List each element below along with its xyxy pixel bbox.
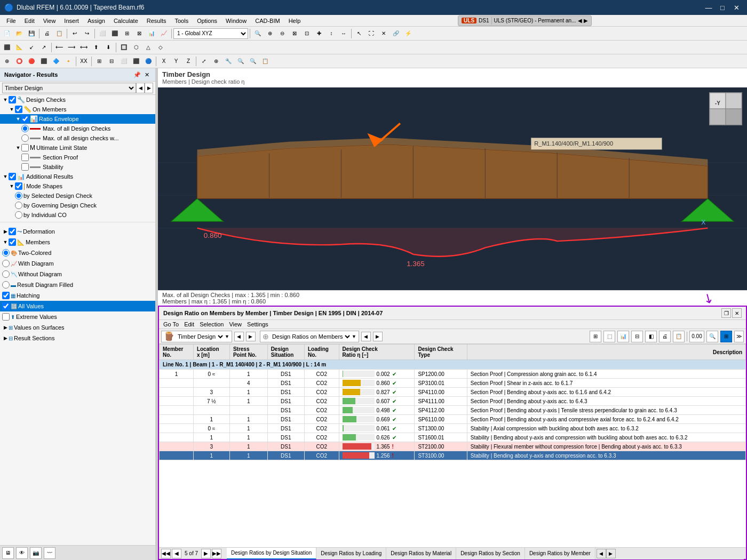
- tb-print2[interactable]: 📋: [53, 28, 65, 39]
- ratio-envelope-checkbox[interactable]: [21, 115, 29, 123]
- tb-sel5[interactable]: ⚡: [402, 28, 414, 39]
- page-first-btn[interactable]: ◀◀: [161, 549, 171, 558]
- menu-options[interactable]: Options: [193, 17, 221, 25]
- col-design-sit[interactable]: DesignSituation: [267, 345, 304, 360]
- tb-b2[interactable]: ⬛: [109, 28, 121, 39]
- view-dropdown[interactable]: 1 - Global XYZ: [173, 28, 248, 39]
- tb-view3[interactable]: ⊖: [276, 28, 288, 39]
- nav-pin-btn[interactable]: 📌: [133, 70, 141, 79]
- table-row[interactable]: 1 1 DS1 CO2 0.626 ✔ ST1600.01 Stability …: [160, 433, 746, 442]
- col-loading[interactable]: LoadingNo.: [305, 345, 339, 360]
- menu-edit[interactable]: Edit: [20, 17, 39, 25]
- tb3-b19[interactable]: 🔍: [235, 55, 247, 67]
- menu-insert[interactable]: Insert: [60, 17, 83, 25]
- results-view-btn[interactable]: View: [227, 321, 244, 328]
- table-row[interactable]: 4 DS1 CO2 0.860 ✔ SP3100.01 Section Proo…: [160, 379, 746, 388]
- nav-design-checks[interactable]: ▼ 🔧 Design Checks: [0, 95, 155, 105]
- close-button[interactable]: ✕: [730, 2, 743, 13]
- tb-sel3[interactable]: ✕: [378, 28, 390, 39]
- tb3-b1[interactable]: ⊕: [1, 55, 13, 67]
- results-tb-active[interactable]: ⊞: [720, 331, 732, 342]
- nav-on-members[interactable]: ▼ 📏 On Members: [0, 105, 155, 114]
- tb-save[interactable]: 💾: [26, 28, 37, 39]
- tb3-b12[interactable]: 🔵: [142, 55, 154, 67]
- nav-bottom-btn3[interactable]: 📷: [30, 547, 42, 559]
- uls-checkbox[interactable]: [21, 144, 29, 151]
- nav-by-individual[interactable]: by Individual CO: [0, 210, 155, 220]
- menu-file[interactable]: File: [2, 17, 20, 25]
- tb-b1[interactable]: ⬜: [97, 28, 108, 39]
- tb-sel4[interactable]: 🔗: [390, 28, 402, 39]
- tb3-b6[interactable]: 🔸: [62, 55, 74, 67]
- results-close-btn[interactable]: ✕: [732, 308, 742, 318]
- nav-two-colored[interactable]: 🎨 Two-Colored: [0, 247, 155, 258]
- tb2-b10[interactable]: 🔲: [118, 42, 130, 53]
- results-module-dropdown[interactable]: Timber Design: [176, 333, 225, 340]
- tb2-b6[interactable]: ⟶: [66, 42, 77, 53]
- tb3-b21[interactable]: 📋: [259, 55, 271, 67]
- nav-section-proof[interactable]: Section Proof: [0, 153, 155, 162]
- table-row[interactable]: 7 ½ 1 DS1 CO2 0.607 ✔ SP4111.00 Section …: [160, 397, 746, 406]
- results-tb-search[interactable]: 🔍: [706, 331, 718, 342]
- tb2-b1[interactable]: ⬛: [1, 42, 13, 53]
- tab-by-section[interactable]: Design Ratios by Section: [456, 548, 525, 559]
- results-table-container[interactable]: MemberNo. Locationx [m] StressPoint No. …: [159, 344, 746, 547]
- tb3-b10[interactable]: ⬜: [118, 55, 130, 67]
- stability-checkbox[interactable]: [21, 163, 29, 171]
- tb-new[interactable]: 📄: [1, 28, 13, 39]
- tb2-b9[interactable]: ⬇: [102, 42, 114, 53]
- tb2-b12[interactable]: △: [142, 42, 154, 53]
- results-restore-btn[interactable]: ❐: [721, 308, 731, 318]
- col-ratio[interactable]: Design CheckRatio η [–]: [339, 345, 415, 360]
- nav-close-btn[interactable]: ✕: [142, 70, 151, 79]
- menu-view[interactable]: View: [39, 17, 60, 25]
- max-all-checks-w-radio[interactable]: [21, 134, 29, 142]
- results-tb-chart[interactable]: 📊: [617, 331, 629, 342]
- tb-b6[interactable]: 📈: [158, 28, 170, 39]
- nav-uls[interactable]: ▼ M Ultimate Limit State: [0, 143, 155, 153]
- results-tb-split[interactable]: ◧: [645, 331, 657, 342]
- expand-icon-members[interactable]: ▼: [9, 106, 15, 113]
- results-table-next[interactable]: ▶: [373, 332, 383, 341]
- tb2-b5[interactable]: ⟵: [53, 42, 65, 53]
- members-nav-checkbox[interactable]: [9, 238, 16, 246]
- tab-by-design-situation[interactable]: Design Ratios by Design Situation: [227, 548, 316, 559]
- nav-bottom-btn1[interactable]: 🖥: [2, 547, 14, 559]
- col-stress-pt[interactable]: StressPoint No.: [229, 345, 267, 360]
- maximize-button[interactable]: □: [716, 2, 729, 13]
- expand-icon-sections[interactable]: ▶: [2, 335, 9, 341]
- hatching-checkbox[interactable]: [2, 292, 10, 299]
- menu-assign[interactable]: Assign: [83, 17, 109, 25]
- nav-deformation[interactable]: ▶ ⤳ Deformation: [0, 226, 155, 237]
- table-row[interactable]: 1 0 ≈ 1 DS1 CO2 0.002 ✔ SP1200.00 Sectio…: [160, 370, 746, 379]
- viewport-3d[interactable]: 0.860 1.365 R_M1.140/400/R_M1.140/900 X: [158, 87, 747, 290]
- menu-calculate[interactable]: Calculate: [109, 17, 142, 25]
- tb-b4[interactable]: ⊠: [133, 28, 145, 39]
- section-proof-checkbox[interactable]: [21, 154, 29, 161]
- col-check-code[interactable]: Design CheckType: [415, 345, 467, 360]
- tb-view8[interactable]: ↔: [338, 28, 349, 39]
- expand-icon-add[interactable]: ▼: [2, 173, 9, 180]
- tb-sel2[interactable]: ⛶: [365, 28, 377, 39]
- tb-print[interactable]: 🖨: [41, 28, 53, 39]
- nav-all-values[interactable]: 🔢 All Values: [0, 301, 155, 311]
- table-row[interactable]: 1 1 DS1 CO2 1.256 ! ST3100.00 Stability …: [160, 451, 746, 460]
- timber-design-dropdown[interactable]: Timber Design: [2, 83, 136, 93]
- page-last-btn[interactable]: ▶▶: [212, 549, 221, 558]
- results-tb-filter[interactable]: ⊞: [590, 331, 601, 342]
- result-diagram-filled-radio[interactable]: [2, 281, 10, 289]
- tb-view7[interactable]: ↕: [325, 28, 337, 39]
- col-location[interactable]: Locationx [m]: [193, 345, 229, 360]
- nav-stability[interactable]: Stability: [0, 162, 155, 172]
- col-member[interactable]: MemberNo.: [160, 345, 194, 360]
- nav-result-diagram-filled[interactable]: ▬ Result Diagram Filled: [0, 279, 155, 290]
- nav-by-selected[interactable]: by Selected Design Check: [0, 191, 155, 201]
- tb3-b7[interactable]: XX: [78, 55, 90, 67]
- tb2-b7[interactable]: ⟷: [78, 42, 90, 53]
- tb-b3[interactable]: ⊞: [121, 28, 133, 39]
- extreme-values-checkbox[interactable]: [2, 313, 10, 321]
- tb2-b4[interactable]: ↗: [38, 42, 50, 53]
- tb-redo[interactable]: ↪: [81, 28, 93, 39]
- tb3-b16[interactable]: ⤢: [198, 55, 210, 67]
- tb3-b18[interactable]: 🔧: [222, 55, 234, 67]
